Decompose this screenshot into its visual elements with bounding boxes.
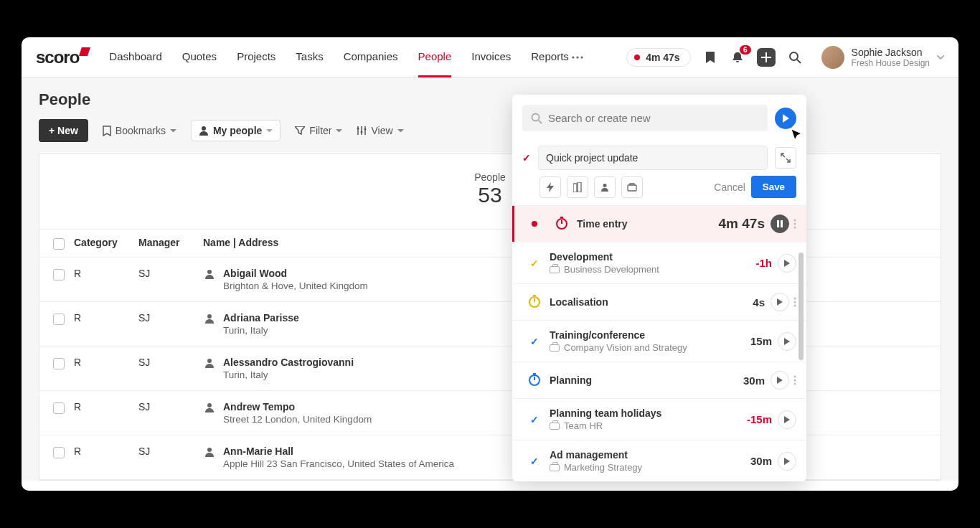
- brand-logo[interactable]: scoro: [36, 47, 89, 67]
- time-entry-row[interactable]: Time entry 4m 47s: [512, 205, 806, 242]
- search-icon: [788, 51, 801, 64]
- pause-button[interactable]: [771, 214, 789, 233]
- svg-point-5: [202, 126, 206, 131]
- row-checkbox[interactable]: [53, 402, 65, 414]
- svg-point-14: [532, 113, 540, 121]
- svg-point-2: [580, 56, 583, 58]
- entry-title: Time entry: [577, 218, 719, 230]
- scrollbar[interactable]: [798, 209, 804, 491]
- nav-item-companies[interactable]: Companies: [344, 37, 398, 77]
- check-icon: ✓: [522, 152, 531, 164]
- row-manager: SJ: [138, 312, 203, 324]
- play-icon: [781, 114, 790, 123]
- qa-project-button[interactable]: [567, 176, 588, 198]
- row-checkbox[interactable]: [53, 358, 65, 369]
- nav-item-dashboard[interactable]: Dashboard: [109, 37, 161, 77]
- bookmark-icon: [103, 126, 111, 136]
- entry-menu-button[interactable]: [793, 375, 796, 385]
- person-icon: [203, 314, 216, 324]
- entry-title: Training/conference: [550, 329, 750, 341]
- record-dot-icon: [532, 221, 537, 227]
- chevron-down-icon: [397, 129, 404, 133]
- row-checkbox[interactable]: [53, 447, 65, 458]
- building-icon: [573, 182, 582, 192]
- briefcase-icon: [627, 183, 637, 192]
- filter-icon: [295, 126, 305, 135]
- svg-point-0: [572, 56, 574, 58]
- col-manager[interactable]: Manager: [138, 237, 203, 250]
- panel-search-box[interactable]: [522, 105, 768, 131]
- entry-menu-button[interactable]: [793, 219, 796, 229]
- play-icon: [777, 377, 783, 384]
- bookmarks-link[interactable]: Bookmarks: [103, 125, 176, 136]
- view-link[interactable]: View: [357, 125, 403, 136]
- row-checkbox[interactable]: [53, 314, 65, 325]
- panel-play-button[interactable]: [775, 108, 796, 129]
- row-checkbox[interactable]: [53, 269, 65, 280]
- new-button[interactable]: + New: [39, 119, 88, 142]
- svg-point-25: [794, 298, 796, 300]
- stopwatch-icon: [529, 374, 540, 386]
- row-name: Adriana Parisse: [223, 312, 299, 324]
- row-address: Apple Hill 23 San Francisco, United Stat…: [223, 458, 454, 469]
- time-entry-row[interactable]: ✓ Development Business Development -1h: [512, 242, 806, 283]
- nav-more-button[interactable]: [569, 56, 586, 59]
- row-address: Turin, Italy: [223, 325, 299, 336]
- check-icon: ✓: [530, 414, 539, 425]
- qa-person-button[interactable]: [594, 176, 616, 198]
- bookmarks-label: Bookmarks: [116, 125, 166, 136]
- row-address: Turin, Italy: [223, 369, 354, 380]
- time-entry-row[interactable]: Planning 30m: [512, 362, 806, 398]
- select-all-checkbox[interactable]: [53, 238, 65, 250]
- more-vertical-icon: [793, 297, 796, 307]
- header-timer[interactable]: 4m 47s: [626, 48, 690, 67]
- quick-title-input[interactable]: Quick project update: [538, 146, 768, 170]
- scrollbar-thumb[interactable]: [798, 253, 804, 360]
- expand-button[interactable]: [775, 147, 796, 169]
- entry-menu-button[interactable]: [793, 297, 796, 307]
- person-icon: [199, 126, 209, 136]
- nav-item-invoices[interactable]: Invoices: [471, 37, 511, 77]
- entry-time: 30m: [743, 374, 765, 387]
- qa-company-button[interactable]: [621, 176, 643, 198]
- filter-link[interactable]: Filter: [295, 125, 342, 136]
- bookmark-button[interactable]: [702, 50, 718, 65]
- nav-item-reports[interactable]: Reports: [531, 37, 569, 77]
- brand-text: scoro: [36, 47, 79, 67]
- nav-item-people[interactable]: People: [418, 37, 452, 77]
- nav-item-quotes[interactable]: Quotes: [182, 37, 217, 77]
- my-people-label: My people: [213, 125, 262, 136]
- my-people-chip[interactable]: My people: [191, 120, 281, 141]
- cancel-button[interactable]: Cancel: [714, 182, 745, 193]
- add-button[interactable]: [757, 48, 776, 67]
- play-button[interactable]: [778, 254, 796, 273]
- check-icon: ✓: [530, 456, 539, 467]
- notifications-button[interactable]: 6: [730, 50, 745, 65]
- time-entry-row[interactable]: ✓ Training/conference Company Vision and…: [512, 320, 806, 362]
- play-button[interactable]: [771, 371, 789, 390]
- time-entry-row[interactable]: Localisation 4s: [512, 283, 806, 320]
- svg-point-27: [794, 305, 796, 307]
- svg-point-12: [207, 403, 212, 407]
- qa-activity-button[interactable]: [540, 176, 561, 198]
- play-icon: [784, 416, 790, 423]
- row-category: R: [74, 357, 138, 368]
- time-entry-row[interactable]: ✓ Planning team holidays Team HR -15m: [512, 398, 806, 440]
- nav-item-tasks[interactable]: Tasks: [296, 37, 323, 77]
- col-category[interactable]: Category: [74, 237, 138, 250]
- bookmark-icon: [705, 51, 715, 64]
- time-entry-row[interactable]: ✓ Ad management Marketing Strategy 30m: [512, 440, 806, 481]
- play-button[interactable]: [778, 332, 796, 351]
- search-button[interactable]: [787, 50, 803, 65]
- nav-item-projects[interactable]: Projects: [237, 37, 275, 77]
- entry-title: Planning team holidays: [550, 407, 747, 419]
- user-org: Fresh House Design: [852, 58, 930, 68]
- play-icon: [784, 338, 790, 345]
- save-button[interactable]: Save: [751, 176, 796, 198]
- panel-search-input[interactable]: [548, 112, 759, 124]
- play-button[interactable]: [778, 410, 796, 429]
- row-name: Alessandro Castrogiovanni: [223, 357, 354, 368]
- play-button[interactable]: [771, 293, 789, 311]
- user-menu[interactable]: Sophie Jackson Fresh House Design: [821, 46, 944, 69]
- play-button[interactable]: [778, 452, 796, 471]
